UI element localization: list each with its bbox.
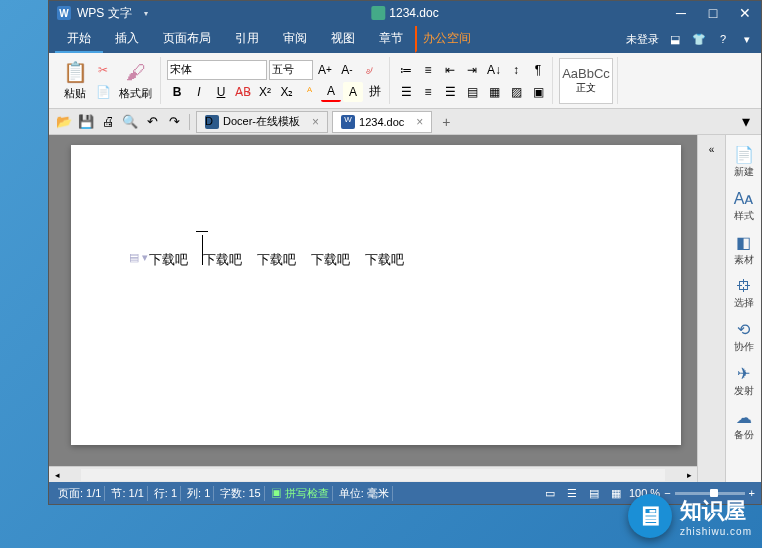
tab-layout[interactable]: 页面布局 bbox=[151, 26, 223, 53]
sidepanel-backup[interactable]: ☁备份 bbox=[728, 404, 760, 446]
status-line[interactable]: 行: 1 bbox=[151, 486, 181, 501]
document-text[interactable]: 下载吧 下载吧 下载吧 下载吧 下载吧 bbox=[149, 251, 404, 269]
login-status[interactable]: 未登录 bbox=[626, 32, 659, 47]
vertical-scrollbar-area: « bbox=[697, 135, 725, 482]
sidepanel-new[interactable]: 📄新建 bbox=[728, 141, 760, 183]
sidepanel-collab[interactable]: ⟲协作 bbox=[728, 316, 760, 358]
horizontal-scrollbar[interactable]: ◂ ▸ bbox=[49, 466, 697, 482]
number-list-button[interactable]: ≡ bbox=[418, 60, 438, 80]
text-effects-button[interactable]: ᴬ bbox=[299, 82, 319, 102]
document-tab-label: 1234.doc bbox=[359, 116, 404, 128]
paste-button[interactable]: 📋 粘贴 bbox=[59, 58, 91, 103]
paragraph-options-icon[interactable]: ▤ ▾ bbox=[129, 251, 148, 264]
grow-font-button[interactable]: A+ bbox=[315, 60, 335, 80]
paragraph-dialog-button[interactable]: ¶ bbox=[528, 60, 548, 80]
app-menu-dropdown-icon[interactable]: ▾ bbox=[144, 9, 148, 18]
text-word: 下载吧 bbox=[365, 251, 404, 269]
bullet-list-button[interactable]: ≔ bbox=[396, 60, 416, 80]
line-spacing-button[interactable]: ↕ bbox=[506, 60, 526, 80]
style-name-label: 正文 bbox=[576, 81, 596, 95]
sidepanel-select[interactable]: ⯐选择 bbox=[728, 273, 760, 314]
shrink-font-button[interactable]: A- bbox=[337, 60, 357, 80]
page[interactable]: ▤ ▾ 下载吧 下载吧 下载吧 下载吧 下载吧 bbox=[71, 145, 681, 445]
font-name-combo[interactable] bbox=[167, 60, 267, 80]
status-chars[interactable]: 字数: 15 bbox=[217, 486, 264, 501]
document-tab[interactable]: W 1234.doc × bbox=[332, 111, 432, 133]
copy-button[interactable]: 📄 bbox=[93, 82, 113, 102]
align-justify-button[interactable]: ▤ bbox=[462, 82, 482, 102]
shading-button[interactable]: ▨ bbox=[506, 82, 526, 102]
align-center-button[interactable]: ≡ bbox=[418, 82, 438, 102]
format-painter-button[interactable]: 🖌 格式刷 bbox=[115, 58, 156, 103]
view-web-icon[interactable]: ▤ bbox=[585, 485, 603, 501]
indent-decrease-button[interactable]: ⇤ bbox=[440, 60, 460, 80]
wps-logo-icon: W bbox=[57, 6, 71, 20]
new-tab-button[interactable]: + bbox=[436, 112, 456, 132]
italic-button[interactable]: I bbox=[189, 82, 209, 102]
pinyin-button[interactable]: 拼 bbox=[365, 82, 385, 102]
border-button[interactable]: ▣ bbox=[528, 82, 548, 102]
tab-section[interactable]: 章节 bbox=[367, 26, 415, 53]
status-spellcheck[interactable]: ▣ 拼写检查 bbox=[268, 486, 333, 501]
undo-button[interactable]: ↶ bbox=[143, 113, 161, 131]
sidepanel-material[interactable]: ◧素材 bbox=[728, 229, 760, 271]
tab-start[interactable]: 开始 bbox=[55, 26, 103, 53]
help-icon[interactable]: ? bbox=[715, 31, 731, 47]
status-page[interactable]: 页面: 1/1 bbox=[55, 486, 105, 501]
highlight-button[interactable]: A bbox=[343, 82, 363, 102]
redo-button[interactable]: ↷ bbox=[165, 113, 183, 131]
scroll-left-icon[interactable]: ◂ bbox=[49, 467, 65, 483]
align-right-button[interactable]: ☰ bbox=[440, 82, 460, 102]
tab-view[interactable]: 视图 bbox=[319, 26, 367, 53]
style-normal[interactable]: AaBbCc 正文 bbox=[559, 58, 613, 104]
strikethrough-button[interactable]: A̵B̵ bbox=[233, 82, 253, 102]
document-canvas[interactable]: ▤ ▾ 下载吧 下载吧 下载吧 下载吧 下载吧 bbox=[49, 135, 697, 466]
font-size-combo[interactable] bbox=[269, 60, 313, 80]
collab-icon: ⟲ bbox=[737, 320, 750, 339]
distribute-button[interactable]: ▦ bbox=[484, 82, 504, 102]
tab-office-space[interactable]: 办公空间 bbox=[415, 26, 483, 53]
collapse-panel-icon[interactable]: « bbox=[702, 139, 722, 159]
tab-reference[interactable]: 引用 bbox=[223, 26, 271, 53]
print-preview-button[interactable]: 🔍 bbox=[121, 113, 139, 131]
maximize-button[interactable]: □ bbox=[697, 1, 729, 25]
scroll-track[interactable] bbox=[81, 469, 665, 481]
bold-button[interactable]: B bbox=[167, 82, 187, 102]
cut-button[interactable]: ✂ bbox=[93, 60, 113, 80]
tabs-menu-button[interactable]: ▾ bbox=[737, 113, 755, 131]
tshirt-icon[interactable]: 👕 bbox=[691, 31, 707, 47]
view-outline-icon[interactable]: ☰ bbox=[563, 485, 581, 501]
skin-icon[interactable]: ⬓ bbox=[667, 31, 683, 47]
save-button[interactable]: 💾 bbox=[77, 113, 95, 131]
tab-insert[interactable]: 插入 bbox=[103, 26, 151, 53]
sidepanel-send[interactable]: ✈发射 bbox=[728, 360, 760, 402]
superscript-button[interactable]: X² bbox=[255, 82, 275, 102]
style-icon: Aᴀ bbox=[734, 189, 754, 208]
style-sample: AaBbCc bbox=[562, 66, 610, 81]
app-title[interactable]: W WPS 文字 ▾ bbox=[57, 5, 148, 22]
view-read-icon[interactable]: ▦ bbox=[607, 485, 625, 501]
view-print-layout-icon[interactable]: ▭ bbox=[541, 485, 559, 501]
open-button[interactable]: 📂 bbox=[55, 113, 73, 131]
scroll-right-icon[interactable]: ▸ bbox=[681, 467, 697, 483]
brand-url: zhishiwu.com bbox=[680, 526, 752, 537]
subscript-button[interactable]: X₂ bbox=[277, 82, 297, 102]
font-color-button[interactable]: A bbox=[321, 82, 341, 102]
close-button[interactable]: ✕ bbox=[729, 1, 761, 25]
status-unit[interactable]: 单位: 毫米 bbox=[336, 486, 393, 501]
close-doc-icon[interactable]: × bbox=[416, 115, 423, 129]
options-dropdown-icon[interactable]: ▾ bbox=[739, 31, 755, 47]
underline-button[interactable]: U bbox=[211, 82, 231, 102]
template-tab[interactable]: D Docer-在线模板 × bbox=[196, 111, 328, 133]
status-col[interactable]: 列: 1 bbox=[184, 486, 214, 501]
align-left-button[interactable]: ☰ bbox=[396, 82, 416, 102]
print-button[interactable]: 🖨 bbox=[99, 113, 117, 131]
tab-review[interactable]: 审阅 bbox=[271, 26, 319, 53]
sort-button[interactable]: A↓ bbox=[484, 60, 504, 80]
sidepanel-style[interactable]: Aᴀ样式 bbox=[728, 185, 760, 227]
clear-format-button[interactable]: ৶ bbox=[359, 60, 379, 80]
minimize-button[interactable]: ─ bbox=[665, 1, 697, 25]
close-template-icon[interactable]: × bbox=[312, 115, 319, 129]
status-section[interactable]: 节: 1/1 bbox=[108, 486, 147, 501]
indent-increase-button[interactable]: ⇥ bbox=[462, 60, 482, 80]
